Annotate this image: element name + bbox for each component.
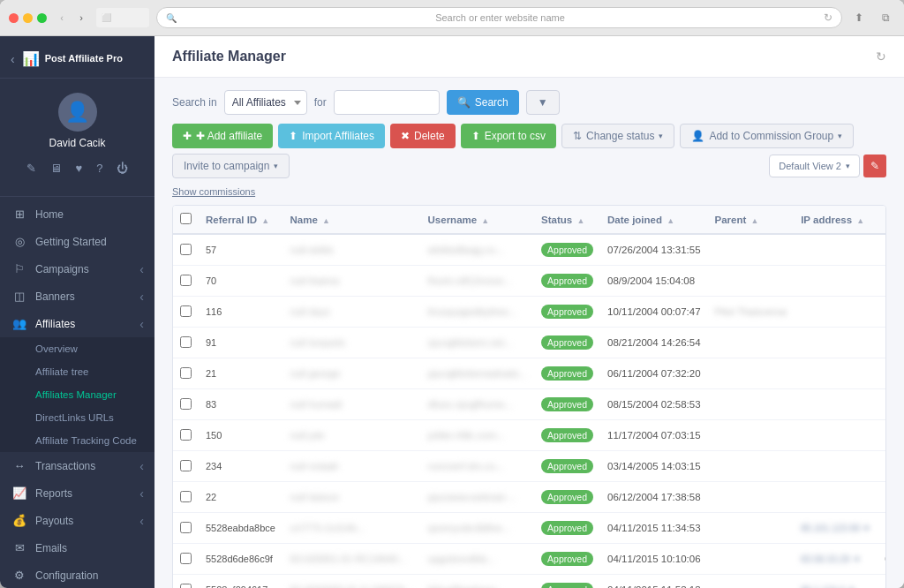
sidebar-nav: ⊞ Home ◎ Getting Started ⚐ Campaigns ◫ B… [0, 197, 154, 588]
home-icon: ⊞ [12, 207, 26, 221]
row-checkbox[interactable] [180, 491, 192, 502]
search-icon: 🔍 [457, 96, 471, 109]
cell-ip [794, 482, 878, 513]
row-checkbox[interactable] [180, 305, 192, 317]
sidebar-subnav-directlinks[interactable]: DirectLinks URLs [0, 406, 154, 429]
col-status[interactable]: Status ▲ [534, 206, 600, 234]
default-view-button[interactable]: Default View 2 ▾ [769, 155, 860, 177]
cell-status: Approved [534, 575, 600, 589]
pencil-icon[interactable]: ✎ [26, 162, 36, 175]
cell-parent [708, 482, 795, 513]
cell-referral-id: 234 [199, 451, 283, 482]
change-status-button[interactable]: ⇅ Change status ▾ [561, 124, 674, 148]
monitor-icon[interactable]: 🖥 [50, 162, 62, 175]
refresh-icon[interactable]: ↻ [876, 49, 886, 64]
row-checkbox[interactable] [180, 275, 192, 286]
share-button[interactable]: ⬆ [849, 10, 869, 26]
start-icon: ◎ [12, 235, 26, 248]
import-affiliates-button[interactable]: ⬆ Import Affiliates [278, 124, 385, 148]
cell-referral-id: 83 [199, 389, 283, 420]
row-checkbox[interactable] [180, 244, 192, 255]
col-ip-address[interactable]: IP address ▲ [794, 206, 878, 234]
change-caret-icon: ▾ [659, 132, 663, 140]
maximize-button[interactable] [37, 13, 47, 23]
search-input[interactable] [334, 90, 440, 115]
sidebar-item-campaigns[interactable]: ⚐ Campaigns [0, 255, 154, 283]
edit-view-button[interactable]: ✎ [863, 155, 886, 177]
payouts-icon: 💰 [12, 514, 26, 527]
affiliates-icon: 👥 [12, 317, 26, 330]
sidebar-item-reports[interactable]: 📈 Reports [0, 479, 154, 507]
sidebar-subnav-affiliate-tree[interactable]: Affiliate tree [0, 360, 154, 383]
sidebar-item-home[interactable]: ⊞ Home [0, 200, 154, 228]
sidebar-item-configuration[interactable]: ⚙ Configuration [0, 562, 154, 588]
sidebar-item-payouts[interactable]: 💰 Payouts [0, 507, 154, 534]
row-checkbox[interactable] [180, 367, 192, 379]
back-button[interactable]: ‹ [54, 10, 70, 26]
sidebar-subnav-overview[interactable]: Overview [0, 337, 154, 360]
col-parent[interactable]: Parent ▲ [708, 206, 795, 234]
main-header: Affiliate Manager ↻ [154, 36, 904, 78]
col-name[interactable]: Name ▲ [283, 206, 421, 234]
cell-parent [708, 575, 795, 589]
minimize-button[interactable] [23, 13, 33, 23]
cell-referral-id: 57 [199, 234, 283, 266]
logo-icon: 📊 [22, 50, 40, 67]
cell-ip [794, 451, 878, 482]
col-username[interactable]: Username ▲ [421, 206, 535, 234]
sidebar-item-transactions[interactable]: ↔ Transactions [0, 452, 154, 479]
sidebar-subnav-tracking-code[interactable]: Affiliate Tracking Code [0, 429, 154, 452]
cell-last-login [878, 297, 886, 328]
commission-caret-icon: ▾ [838, 132, 842, 140]
url-search-icon: 🔍 [166, 13, 177, 23]
new-tab-button[interactable]: ⧉ [876, 10, 895, 26]
row-checkbox[interactable] [180, 460, 192, 471]
close-button[interactable] [9, 13, 19, 23]
table-header-row: Referral ID ▲ Name ▲ Username ▲ Status ▲… [173, 206, 886, 234]
row-checkbox[interactable] [180, 522, 192, 533]
app-body: ‹ 📊 Post Affiliate Pro 👤 David Cacik ✎ 🖥… [0, 36, 904, 588]
tab-bar[interactable]: ⬜ [96, 8, 149, 27]
power-icon[interactable]: ⏻ [117, 162, 128, 175]
action-bar: ✚ ✚ Add affiliate ⬆ Import Affiliates ✖ … [172, 124, 886, 178]
row-checkbox[interactable] [180, 336, 192, 348]
search-in-select[interactable]: All Affiliates [224, 90, 307, 115]
col-date-joined[interactable]: Date joined ▲ [600, 206, 708, 234]
cell-last-login [878, 420, 886, 451]
col-last-login[interactable]: Last Login ▲ [878, 206, 886, 234]
cell-referral-id: 91 [199, 328, 283, 358]
invite-campaign-button[interactable]: Invite to campaign ▾ [172, 154, 290, 178]
show-commissions-link[interactable]: Show commissions [172, 186, 255, 197]
row-checkbox[interactable] [180, 429, 192, 441]
row-checkbox[interactable] [180, 398, 192, 410]
delete-button[interactable]: ✖ Delete [390, 124, 456, 148]
reload-icon[interactable]: ↻ [824, 11, 832, 24]
campaigns-icon: ⚐ [12, 262, 26, 275]
filter-button[interactable]: ▼ [526, 90, 560, 115]
help-icon[interactable]: ? [96, 162, 102, 175]
sidebar-label-payouts: Payouts [35, 515, 142, 527]
heart-icon[interactable]: ♥ [76, 162, 83, 175]
table-row: 57 null-dsfds afsfdsdfasjg.co... Approve… [173, 234, 886, 266]
sidebar-label-home: Home [35, 208, 142, 221]
export-csv-button[interactable]: ⬆ Export to csv [461, 124, 556, 148]
sidebar-item-banners[interactable]: ◫ Banners [0, 283, 154, 310]
sidebar-item-emails[interactable]: ✉ Emails [0, 534, 154, 562]
cell-parent [708, 358, 795, 389]
forward-button[interactable]: › [73, 10, 89, 26]
select-all-checkbox[interactable] [180, 213, 192, 224]
col-referral-id[interactable]: Referral ID ▲ [199, 206, 283, 234]
url-bar[interactable]: 🔍 Search or enter website name ↻ [156, 7, 842, 28]
add-commission-button[interactable]: 👤 Add to Commission Group ▾ [680, 124, 854, 148]
add-affiliate-button[interactable]: ✚ ✚ Add affiliate [172, 124, 273, 148]
sidebar-subnav-affiliates-manager[interactable]: Affiliates Manager [0, 383, 154, 406]
row-checkbox[interactable] [180, 553, 192, 564]
sidebar-item-getting-started[interactable]: ◎ Getting Started [0, 228, 154, 255]
sidebar-back-btn[interactable]: ‹ [11, 52, 15, 66]
cell-date-joined: 07/26/2004 13:31:55 [600, 234, 708, 266]
row-checkbox[interactable] [180, 584, 192, 589]
browser-window: ‹ › ⬜ 🔍 Search or enter website name ↻ ⬆… [0, 0, 904, 588]
sidebar-item-affiliates[interactable]: 👥 Affiliates [0, 310, 154, 337]
search-button[interactable]: 🔍 Search [447, 90, 519, 115]
table-row: 150 null jule jufder.rfdlc.com... Approv… [173, 420, 886, 451]
